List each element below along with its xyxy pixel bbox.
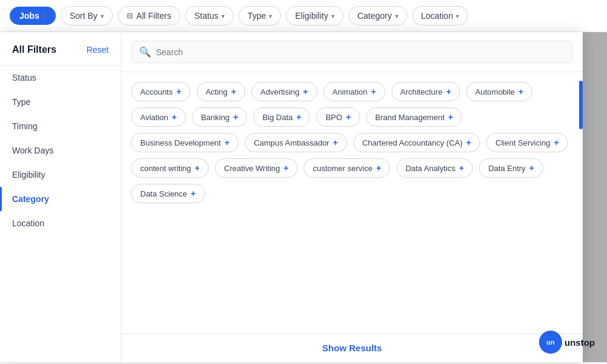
show-results-bar: Show Results	[121, 334, 583, 362]
chip-label: Accounts	[140, 87, 172, 96]
eligibility-button[interactable]: Eligibility ▾	[286, 6, 343, 25]
plus-icon: +	[448, 112, 453, 122]
filter-nav-type[interactable]: Type	[0, 90, 121, 114]
jobs-chevron-icon: ▾	[43, 13, 46, 19]
category-chip[interactable]: Big Data+	[253, 107, 310, 127]
plus-icon: +	[333, 138, 337, 147]
filter-nav-location[interactable]: Location	[0, 211, 121, 235]
chip-label: content writing	[140, 164, 191, 173]
category-chip[interactable]: Advertising+	[251, 82, 317, 101]
category-chip[interactable]: content writing+	[131, 158, 209, 178]
category-chip[interactable]: Brand Management+	[366, 107, 462, 127]
filter-nav-category[interactable]: Category	[0, 187, 121, 211]
category-chip[interactable]: Accounts+	[131, 82, 191, 101]
category-chip[interactable]: Client Servicing+	[486, 133, 568, 152]
top-bar: Jobs ▾ Sort By ▾ ⊟ All Filters Status ▾ …	[0, 0, 607, 32]
chip-label: Data Science	[140, 189, 187, 198]
filter-nav-workdays[interactable]: Work Days	[0, 138, 121, 163]
category-chip[interactable]: Aviation+	[131, 107, 186, 127]
status-button[interactable]: Status ▾	[185, 6, 234, 25]
unstop-badge: un	[539, 331, 562, 354]
plus-icon: +	[172, 112, 177, 122]
filter-sidebar: All Filters Reset Status Type Timing Wor…	[0, 32, 121, 362]
location-chevron-icon: ▾	[456, 13, 459, 19]
filter-panel-title: All Filters Reset	[0, 44, 121, 66]
chip-label: Brand Management	[375, 113, 444, 122]
category-chip[interactable]: Chartered Accountancy (CA)+	[353, 133, 481, 152]
unstop-logo: un unstop	[539, 331, 595, 354]
chip-label: Chartered Accountancy (CA)	[362, 138, 463, 147]
plus-icon: +	[303, 87, 308, 96]
scroll-indicator	[579, 81, 583, 129]
chip-label: Advertising	[260, 87, 299, 96]
sort-by-button[interactable]: Sort By ▾	[61, 6, 113, 25]
plus-icon: +	[195, 163, 200, 173]
sort-by-label: Sort By	[70, 11, 98, 21]
search-input-wrap: 🔍	[131, 41, 573, 63]
plus-icon: +	[376, 163, 381, 173]
jobs-label: Jobs	[19, 11, 39, 21]
filter-nav-eligibility[interactable]: Eligibility	[0, 163, 121, 187]
all-filters-label: All Filters	[137, 11, 172, 21]
plus-icon: +	[233, 112, 238, 122]
unstop-text: unstop	[565, 337, 595, 348]
chip-label: Data Analytics	[405, 164, 455, 173]
plus-icon: +	[225, 138, 229, 147]
chip-label: Architecture	[401, 87, 443, 96]
filter-panel-heading: All Filters	[12, 44, 56, 55]
chip-label: Campus Ambassador	[254, 138, 329, 147]
plus-icon: +	[459, 163, 464, 173]
filter-category-area: 🔍 Accounts+Acting+Advertising+Animation+…	[121, 32, 583, 362]
plus-icon: +	[346, 112, 351, 122]
chip-label: Client Servicing	[495, 138, 550, 147]
chip-label: Acting	[206, 87, 228, 96]
category-chip[interactable]: Data Science+	[131, 184, 205, 203]
category-chip[interactable]: customer service+	[304, 158, 390, 178]
plus-icon: +	[529, 163, 534, 173]
filter-nav-status[interactable]: Status	[0, 66, 121, 90]
category-chip[interactable]: Business Development+	[131, 133, 239, 152]
search-input[interactable]	[156, 47, 565, 57]
category-chip[interactable]: Architecture+	[392, 82, 461, 101]
category-chip[interactable]: Data Analytics+	[396, 158, 473, 178]
plus-icon: +	[176, 87, 181, 96]
reset-button[interactable]: Reset	[86, 45, 109, 55]
chip-label: customer service	[313, 164, 372, 173]
plus-icon: +	[231, 87, 236, 96]
category-chip[interactable]: Creative Writing+	[215, 158, 297, 178]
category-search: 🔍	[121, 32, 583, 72]
location-button[interactable]: Location ▾	[412, 6, 469, 25]
category-chip[interactable]: Animation+	[324, 82, 385, 101]
chip-label: Aviation	[140, 113, 168, 122]
status-chevron-icon: ▾	[222, 13, 225, 19]
plus-icon: +	[518, 87, 523, 96]
plus-icon: +	[283, 163, 288, 173]
category-chip[interactable]: Automobile+	[466, 82, 532, 101]
plus-icon: +	[554, 138, 559, 147]
jobs-button[interactable]: Jobs ▾	[10, 7, 56, 25]
plus-icon: +	[466, 138, 471, 147]
chip-label: Banking	[201, 113, 229, 122]
main-content: G Software Engineer II Google #Experienc…	[0, 32, 607, 362]
chip-label: Animation	[333, 87, 368, 96]
chip-label: Automobile	[475, 87, 515, 96]
filter-icon: ⊟	[127, 12, 133, 20]
category-chip[interactable]: Campus Ambassador+	[245, 133, 347, 152]
show-results-button[interactable]: Show Results	[322, 343, 382, 353]
location-label: Location	[421, 11, 453, 21]
category-chip[interactable]: Banking+	[192, 107, 247, 127]
chip-label: BPO	[325, 113, 342, 122]
category-chip[interactable]: BPO+	[316, 107, 360, 127]
sort-chevron-icon: ▾	[101, 13, 104, 19]
chip-label: Big Data	[262, 113, 293, 122]
plus-icon: +	[446, 87, 451, 96]
type-button[interactable]: Type ▾	[239, 6, 281, 25]
category-chip[interactable]: Acting+	[197, 82, 245, 101]
eligibility-label: Eligibility	[295, 11, 328, 21]
category-chips: Accounts+Acting+Advertising+Animation+Ar…	[121, 72, 583, 334]
filter-nav-timing[interactable]: Timing	[0, 114, 121, 138]
category-chip[interactable]: Data Entry+	[479, 158, 543, 178]
all-filters-button[interactable]: ⊟ All Filters	[118, 6, 181, 25]
plus-icon: +	[371, 87, 376, 96]
category-button[interactable]: Category ▾	[348, 6, 407, 25]
